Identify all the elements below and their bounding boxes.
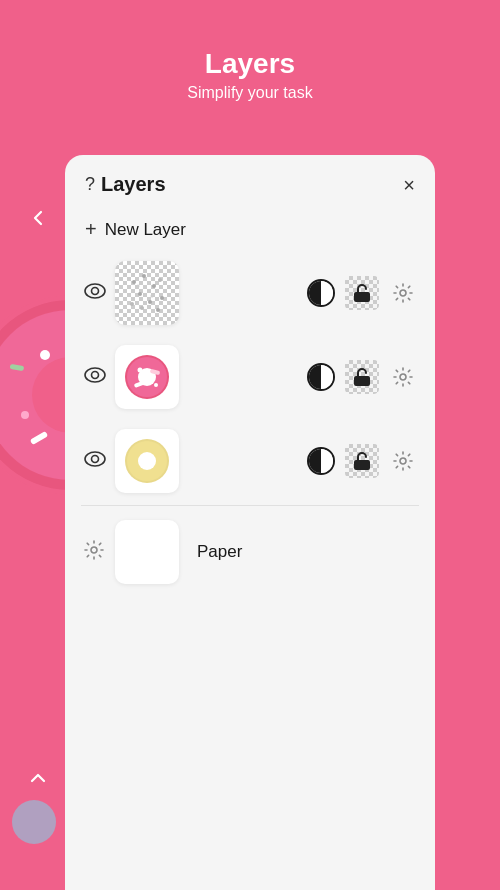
gear-icon	[392, 450, 414, 472]
panel-title: Layers	[101, 173, 166, 196]
svg-rect-25	[354, 292, 370, 302]
layer-settings-button[interactable]	[389, 363, 417, 391]
svg-point-14	[142, 274, 146, 278]
svg-point-8	[40, 350, 50, 360]
svg-point-28	[92, 371, 99, 378]
svg-rect-36	[354, 376, 370, 386]
svg-rect-6	[10, 364, 25, 371]
up-icon	[27, 767, 49, 789]
blend-mode-button[interactable]	[307, 279, 335, 307]
svg-point-24	[151, 295, 154, 298]
back-button[interactable]	[20, 200, 56, 236]
layer-row	[77, 421, 423, 501]
layers-panel: ? Layers × + New Layer	[65, 155, 435, 890]
svg-point-13	[132, 280, 136, 284]
svg-point-38	[85, 452, 105, 466]
svg-point-21	[140, 306, 144, 310]
layer-visibility-toggle[interactable]	[83, 367, 107, 388]
new-layer-button[interactable]: + New Layer	[65, 206, 435, 253]
help-icon[interactable]: ?	[85, 174, 95, 195]
paper-label: Paper	[197, 542, 242, 562]
svg-point-19	[130, 302, 134, 306]
gear-icon	[392, 366, 414, 388]
header-subtitle: Simplify your task	[0, 84, 500, 102]
yellow-donut-thumb	[120, 434, 174, 488]
lock-open-icon	[353, 283, 371, 303]
svg-point-39	[92, 455, 99, 462]
layer-settings-button[interactable]	[389, 447, 417, 475]
lock-open-icon	[353, 367, 371, 387]
eye-icon	[84, 367, 106, 383]
divider	[81, 505, 419, 506]
svg-point-42	[138, 452, 156, 470]
svg-point-20	[160, 296, 164, 300]
svg-point-26	[400, 290, 406, 296]
layer-controls	[307, 276, 417, 310]
blend-mode-button[interactable]	[307, 363, 335, 391]
svg-point-45	[91, 547, 97, 553]
layer-lock-button[interactable]	[345, 360, 379, 394]
blend-mode-button[interactable]	[307, 447, 335, 475]
layer-visibility-toggle[interactable]	[83, 451, 107, 472]
layer-lock-button[interactable]	[345, 444, 379, 478]
pink-donut-thumb	[120, 350, 174, 404]
layer-thumbnail[interactable]	[115, 261, 179, 325]
paper-settings-button[interactable]	[83, 539, 105, 565]
svg-point-22	[156, 308, 160, 312]
close-button[interactable]: ×	[403, 175, 415, 195]
eye-icon	[84, 451, 106, 467]
panel-title-group: ? Layers	[85, 173, 166, 196]
new-layer-plus-icon: +	[85, 218, 97, 241]
svg-point-23	[137, 285, 140, 288]
new-layer-label: New Layer	[105, 220, 186, 240]
svg-point-12	[92, 287, 99, 294]
svg-point-27	[85, 368, 105, 382]
svg-point-37	[400, 374, 406, 380]
layer-settings-button[interactable]	[389, 279, 417, 307]
svg-point-35	[154, 383, 158, 387]
header-title: Layers	[0, 48, 500, 80]
layer-visibility-toggle[interactable]	[83, 283, 107, 304]
layer-lock-button[interactable]	[345, 276, 379, 310]
svg-point-15	[152, 284, 156, 288]
up-button[interactable]	[20, 760, 56, 796]
layer-row	[77, 337, 423, 417]
avatar[interactable]	[12, 800, 56, 844]
dots-thumb	[122, 268, 172, 318]
svg-point-11	[85, 284, 105, 298]
svg-point-10	[21, 411, 29, 419]
paper-thumbnail[interactable]	[115, 520, 179, 584]
svg-point-18	[148, 300, 152, 304]
layer-controls	[307, 444, 417, 478]
layers-list	[65, 253, 435, 501]
svg-point-17	[158, 278, 162, 282]
svg-point-34	[138, 368, 143, 373]
layer-thumbnail[interactable]	[115, 345, 179, 409]
gear-icon	[83, 539, 105, 561]
app-header: Layers Simplify your task	[0, 0, 500, 126]
eye-icon	[84, 283, 106, 299]
panel-header: ? Layers ×	[65, 155, 435, 206]
layer-row	[77, 253, 423, 333]
svg-point-44	[400, 458, 406, 464]
layer-thumbnail[interactable]	[115, 429, 179, 493]
gear-icon	[392, 282, 414, 304]
svg-rect-43	[354, 460, 370, 470]
paper-layer-row: Paper	[65, 510, 435, 594]
svg-point-16	[138, 292, 142, 296]
svg-rect-4	[30, 431, 49, 445]
lock-open-icon	[353, 451, 371, 471]
back-icon	[27, 207, 49, 229]
layer-controls	[307, 360, 417, 394]
